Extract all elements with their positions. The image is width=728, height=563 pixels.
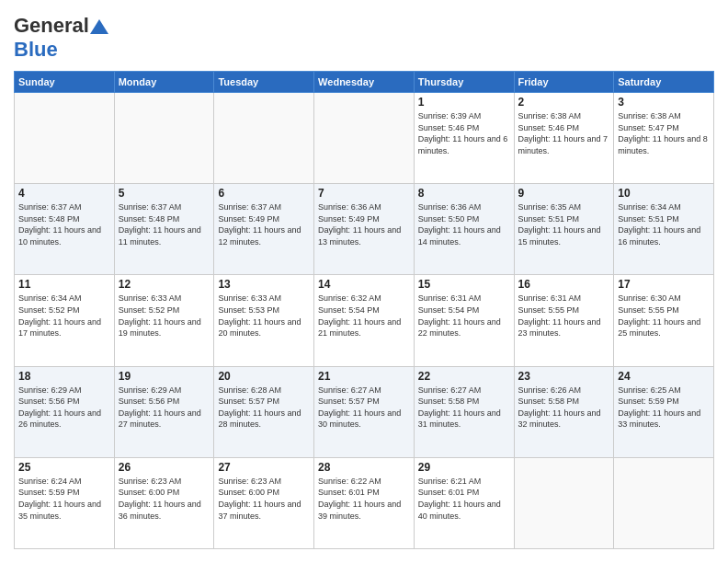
page-header: General Blue — [14, 14, 714, 62]
day-number: 4 — [18, 187, 110, 200]
day-number: 25 — [18, 461, 110, 474]
day-info: Sunrise: 6:23 AM Sunset: 6:00 PM Dayligh… — [119, 476, 210, 522]
day-of-week-header: Friday — [514, 72, 614, 93]
day-info: Sunrise: 6:36 AM Sunset: 5:49 PM Dayligh… — [318, 201, 410, 247]
day-of-week-header: Monday — [114, 72, 214, 93]
day-info: Sunrise: 6:38 AM Sunset: 5:47 PM Dayligh… — [618, 110, 710, 156]
calendar-cell: 25Sunrise: 6:24 AM Sunset: 5:59 PM Dayli… — [15, 457, 115, 548]
day-info: Sunrise: 6:36 AM Sunset: 5:50 PM Dayligh… — [418, 201, 510, 247]
calendar-cell: 23Sunrise: 6:26 AM Sunset: 5:58 PM Dayli… — [514, 366, 614, 457]
calendar-cell — [314, 93, 415, 184]
logo: General Blue — [14, 14, 109, 62]
calendar-cell: 15Sunrise: 6:31 AM Sunset: 5:54 PM Dayli… — [414, 275, 514, 366]
day-number: 3 — [618, 96, 710, 109]
calendar-cell: 18Sunrise: 6:29 AM Sunset: 5:56 PM Dayli… — [15, 366, 115, 457]
day-info: Sunrise: 6:22 AM Sunset: 6:01 PM Dayligh… — [318, 476, 410, 522]
calendar-cell: 20Sunrise: 6:28 AM Sunset: 5:57 PM Dayli… — [214, 366, 314, 457]
calendar-week-row: 4Sunrise: 6:37 AM Sunset: 5:48 PM Daylig… — [15, 184, 714, 275]
logo-icon — [90, 19, 108, 34]
day-number: 6 — [218, 187, 310, 200]
calendar-cell: 19Sunrise: 6:29 AM Sunset: 5:56 PM Dayli… — [114, 366, 214, 457]
calendar-cell: 13Sunrise: 6:33 AM Sunset: 5:53 PM Dayli… — [214, 275, 314, 366]
day-number: 20 — [218, 370, 310, 383]
calendar-cell: 16Sunrise: 6:31 AM Sunset: 5:55 PM Dayli… — [514, 275, 614, 366]
day-number: 15 — [418, 278, 510, 291]
day-of-week-header: Tuesday — [214, 72, 314, 93]
day-info: Sunrise: 6:31 AM Sunset: 5:55 PM Dayligh… — [518, 293, 610, 339]
day-info: Sunrise: 6:28 AM Sunset: 5:57 PM Dayligh… — [218, 385, 310, 431]
day-number: 18 — [18, 370, 110, 383]
day-number: 23 — [518, 370, 610, 383]
logo-blue-text: Blue — [14, 38, 58, 61]
calendar-cell: 27Sunrise: 6:23 AM Sunset: 6:00 PM Dayli… — [214, 457, 314, 548]
day-number: 14 — [318, 278, 410, 291]
calendar-cell: 3Sunrise: 6:38 AM Sunset: 5:47 PM Daylig… — [614, 93, 714, 184]
day-number: 21 — [318, 370, 410, 383]
calendar-cell — [15, 93, 115, 184]
day-of-week-header: Wednesday — [314, 72, 415, 93]
day-number: 10 — [618, 187, 710, 200]
calendar-cell: 4Sunrise: 6:37 AM Sunset: 5:48 PM Daylig… — [15, 184, 115, 275]
day-number: 12 — [119, 278, 210, 291]
calendar-cell: 17Sunrise: 6:30 AM Sunset: 5:55 PM Dayli… — [614, 275, 714, 366]
day-info: Sunrise: 6:26 AM Sunset: 5:58 PM Dayligh… — [518, 385, 610, 431]
calendar-cell: 5Sunrise: 6:37 AM Sunset: 5:48 PM Daylig… — [114, 184, 214, 275]
day-info: Sunrise: 6:31 AM Sunset: 5:54 PM Dayligh… — [418, 293, 510, 339]
calendar-cell: 26Sunrise: 6:23 AM Sunset: 6:00 PM Dayli… — [114, 457, 214, 548]
calendar-cell — [614, 457, 714, 548]
day-info: Sunrise: 6:27 AM Sunset: 5:57 PM Dayligh… — [318, 385, 410, 431]
day-info: Sunrise: 6:34 AM Sunset: 5:51 PM Dayligh… — [618, 201, 710, 247]
calendar-cell: 7Sunrise: 6:36 AM Sunset: 5:49 PM Daylig… — [314, 184, 415, 275]
calendar-cell: 6Sunrise: 6:37 AM Sunset: 5:49 PM Daylig… — [214, 184, 314, 275]
calendar-cell: 24Sunrise: 6:25 AM Sunset: 5:59 PM Dayli… — [614, 366, 714, 457]
calendar-cell — [514, 457, 614, 548]
calendar-table: SundayMondayTuesdayWednesdayThursdayFrid… — [14, 71, 714, 549]
calendar-week-row: 1Sunrise: 6:39 AM Sunset: 5:46 PM Daylig… — [15, 93, 714, 184]
calendar-week-row: 25Sunrise: 6:24 AM Sunset: 5:59 PM Dayli… — [15, 457, 714, 548]
day-info: Sunrise: 6:35 AM Sunset: 5:51 PM Dayligh… — [518, 201, 610, 247]
day-info: Sunrise: 6:33 AM Sunset: 5:52 PM Dayligh… — [119, 293, 210, 339]
day-number: 7 — [318, 187, 410, 200]
calendar-cell: 2Sunrise: 6:38 AM Sunset: 5:46 PM Daylig… — [514, 93, 614, 184]
calendar-week-row: 11Sunrise: 6:34 AM Sunset: 5:52 PM Dayli… — [15, 275, 714, 366]
day-info: Sunrise: 6:27 AM Sunset: 5:58 PM Dayligh… — [418, 385, 510, 431]
calendar-cell: 10Sunrise: 6:34 AM Sunset: 5:51 PM Dayli… — [614, 184, 714, 275]
calendar-cell: 12Sunrise: 6:33 AM Sunset: 5:52 PM Dayli… — [114, 275, 214, 366]
day-info: Sunrise: 6:39 AM Sunset: 5:46 PM Dayligh… — [418, 110, 510, 156]
day-info: Sunrise: 6:32 AM Sunset: 5:54 PM Dayligh… — [318, 293, 410, 339]
day-number: 11 — [18, 278, 110, 291]
day-number: 2 — [518, 96, 610, 109]
day-number: 17 — [618, 278, 710, 291]
day-info: Sunrise: 6:30 AM Sunset: 5:55 PM Dayligh… — [618, 293, 710, 339]
calendar-cell: 29Sunrise: 6:21 AM Sunset: 6:01 PM Dayli… — [414, 457, 514, 548]
day-info: Sunrise: 6:37 AM Sunset: 5:48 PM Dayligh… — [18, 201, 110, 247]
calendar-cell — [214, 93, 314, 184]
day-number: 29 — [418, 461, 510, 474]
day-number: 19 — [119, 370, 210, 383]
calendar-cell: 8Sunrise: 6:36 AM Sunset: 5:50 PM Daylig… — [414, 184, 514, 275]
calendar-cell: 28Sunrise: 6:22 AM Sunset: 6:01 PM Dayli… — [314, 457, 415, 548]
day-number: 28 — [318, 461, 410, 474]
day-number: 27 — [218, 461, 310, 474]
calendar-cell: 14Sunrise: 6:32 AM Sunset: 5:54 PM Dayli… — [314, 275, 415, 366]
day-of-week-header: Thursday — [414, 72, 514, 93]
day-number: 8 — [418, 187, 510, 200]
calendar-cell: 11Sunrise: 6:34 AM Sunset: 5:52 PM Dayli… — [15, 275, 115, 366]
calendar-cell: 1Sunrise: 6:39 AM Sunset: 5:46 PM Daylig… — [414, 93, 514, 184]
day-of-week-header: Sunday — [15, 72, 115, 93]
calendar-cell — [114, 93, 214, 184]
day-number: 1 — [418, 96, 510, 109]
day-info: Sunrise: 6:33 AM Sunset: 5:53 PM Dayligh… — [218, 293, 310, 339]
day-header-row: SundayMondayTuesdayWednesdayThursdayFrid… — [15, 72, 714, 93]
day-number: 13 — [218, 278, 310, 291]
day-info: Sunrise: 6:38 AM Sunset: 5:46 PM Dayligh… — [518, 110, 610, 156]
svg-marker-0 — [90, 19, 108, 34]
day-number: 5 — [119, 187, 210, 200]
day-info: Sunrise: 6:37 AM Sunset: 5:49 PM Dayligh… — [218, 201, 310, 247]
day-info: Sunrise: 6:29 AM Sunset: 5:56 PM Dayligh… — [119, 385, 210, 431]
day-info: Sunrise: 6:23 AM Sunset: 6:00 PM Dayligh… — [218, 476, 310, 522]
day-info: Sunrise: 6:34 AM Sunset: 5:52 PM Dayligh… — [18, 293, 110, 339]
calendar-cell: 21Sunrise: 6:27 AM Sunset: 5:57 PM Dayli… — [314, 366, 415, 457]
day-number: 26 — [119, 461, 210, 474]
day-number: 22 — [418, 370, 510, 383]
